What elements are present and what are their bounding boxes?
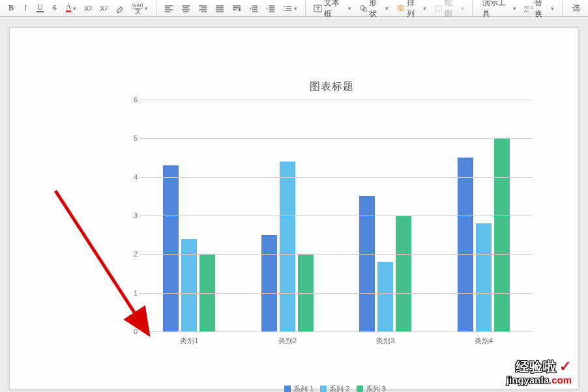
presentation-button[interactable]: 演示工具▾: [477, 1, 520, 16]
replace-icon: ABAC: [524, 5, 533, 12]
x-tick-label: 类别4: [435, 336, 533, 346]
direction-icon: [232, 5, 241, 12]
bar[interactable]: [359, 196, 375, 331]
indent-decrease-button[interactable]: [246, 1, 261, 16]
y-tick-label: 5: [128, 134, 138, 142]
font-color-button[interactable]: A▾: [63, 1, 80, 16]
chart[interactable]: 图表标题 类别1类别2类别3类别4 0123456 系列 1系列 2系列 3: [131, 100, 533, 365]
watermark-line1: 经验啦: [516, 359, 557, 374]
bar[interactable]: [181, 239, 197, 331]
document-area: 图表标题 类别1类别2类别3类别4 0123456 系列 1系列 2系列 3 经…: [0, 17, 588, 392]
svg-text:AC: AC: [524, 9, 530, 12]
strikethrough-button[interactable]: S: [48, 1, 61, 16]
select-button[interactable]: 选: [567, 1, 583, 16]
outline-button: 轮廓▾: [431, 1, 467, 16]
y-tick-label: 0: [128, 328, 138, 335]
outdent-icon: [249, 5, 258, 12]
grid-line: [140, 331, 533, 332]
grid-line: [140, 138, 533, 139]
superscript-button[interactable]: X2: [81, 1, 95, 16]
svg-rect-3: [435, 6, 442, 11]
italic-button[interactable]: I: [19, 1, 32, 16]
shape-icon: [359, 4, 368, 13]
slide[interactable]: 图表标题 类别1类别2类别3类别4 0123456 系列 1系列 2系列 3 经…: [9, 27, 579, 389]
x-tick-label: 类别1: [140, 336, 239, 346]
grid-line: [140, 254, 533, 255]
select-label: 选: [572, 3, 580, 14]
bar[interactable]: [280, 161, 295, 331]
clear-format-button[interactable]: [112, 1, 128, 16]
toolbar-group-align: ▾: [156, 0, 306, 16]
align-left-icon: [164, 5, 173, 12]
align-center-icon: [181, 5, 190, 12]
indent-icon: [266, 5, 275, 12]
bar[interactable]: [163, 165, 179, 331]
watermark: 经验啦✓ jingyanla.com: [507, 359, 572, 385]
legend-label: 系列 2: [329, 385, 349, 392]
bar[interactable]: [261, 235, 277, 331]
plot-area: 类别1类别2类别3类别4 0123456: [140, 100, 533, 331]
bar[interactable]: [476, 223, 492, 331]
toolbar-group-tools: 演示工具▾ ABAC 替换▾: [473, 0, 563, 16]
bold-button[interactable]: B: [5, 1, 18, 16]
indent-increase-button[interactable]: [263, 1, 278, 16]
line-spacing-button[interactable]: ▾: [280, 1, 301, 16]
x-tick-label: 类别3: [336, 336, 435, 346]
legend-swatch: [284, 385, 291, 392]
shape-button[interactable]: 形状▾: [356, 1, 392, 16]
eraser-icon: [115, 4, 125, 13]
legend-label: 系列 3: [366, 385, 386, 392]
y-tick-label: 3: [128, 212, 138, 219]
toolbar-group-overflow: 选: [563, 0, 588, 16]
align-left-button[interactable]: [161, 1, 177, 16]
y-tick-label: 4: [128, 173, 138, 181]
align-center-button[interactable]: [178, 1, 194, 16]
textbox-button[interactable]: 文本框▾: [310, 1, 354, 16]
bar[interactable]: [458, 158, 473, 331]
y-tick-label: 6: [128, 96, 138, 104]
toolbar-group-font: B I U S A▾ X2 X2 wén文▾: [0, 0, 156, 16]
bar[interactable]: [396, 216, 411, 331]
legend-swatch: [357, 385, 363, 392]
bar[interactable]: [494, 138, 510, 331]
grid-line: [140, 216, 533, 216]
grid-line: [140, 100, 533, 100]
y-tick-label: 1: [128, 289, 138, 297]
watermark-domain-ext: .com: [549, 374, 572, 385]
reading-direction-button[interactable]: [229, 1, 244, 16]
y-tick-label: 2: [128, 250, 138, 258]
arrange-icon: [396, 4, 405, 13]
chart-title: 图表标题: [131, 80, 533, 94]
grid-line: [140, 177, 533, 178]
arrange-button[interactable]: 排列▾: [393, 1, 430, 16]
textbox-icon: [314, 4, 322, 13]
x-tick-label: 类别2: [239, 336, 337, 346]
legend-label: 系列 1: [293, 385, 314, 392]
outline-icon: [434, 4, 443, 13]
legend-swatch: [320, 385, 327, 392]
grid-line: [140, 293, 533, 294]
align-right-icon: [198, 5, 207, 12]
align-justify-button[interactable]: [212, 1, 228, 16]
line-spacing-icon: [283, 5, 292, 12]
watermark-domain: jingyanla: [507, 374, 549, 385]
watermark-check-icon: ✓: [559, 358, 572, 374]
replace-button[interactable]: ABAC 替换▾: [521, 1, 557, 16]
pinyin-button[interactable]: wén文▾: [129, 1, 152, 16]
underline-button[interactable]: U: [33, 1, 47, 16]
align-right-button[interactable]: [195, 1, 211, 16]
subscript-button[interactable]: X2: [96, 1, 111, 16]
toolbar: B I U S A▾ X2 X2 wén文▾ ▾ 文本框▾ 形状▾ 排列▾: [0, 0, 588, 17]
align-justify-icon: [215, 5, 224, 12]
toolbar-group-insert: 文本框▾ 形状▾ 排列▾ 轮廓▾: [306, 0, 473, 16]
bar[interactable]: [377, 262, 393, 331]
legend: 系列 1系列 2系列 3: [131, 384, 533, 392]
